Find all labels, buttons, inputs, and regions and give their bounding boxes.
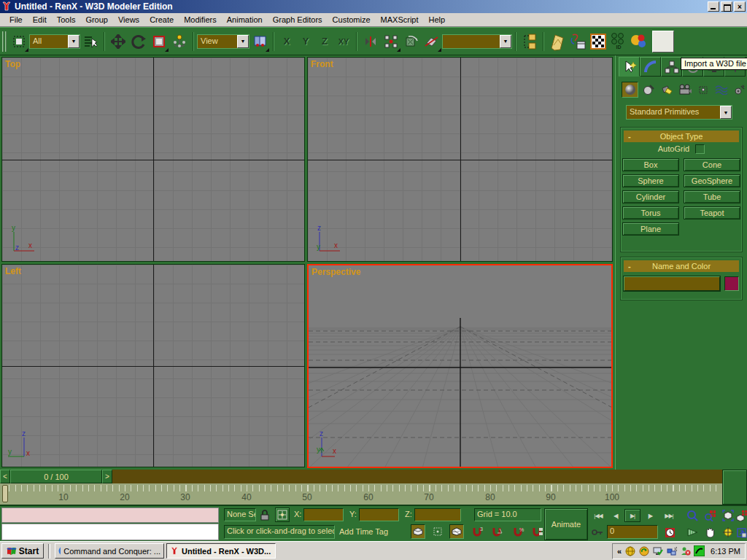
selection-lock-icon[interactable]	[258, 508, 272, 522]
autogrid-checkbox[interactable]	[695, 144, 705, 154]
object-name-input[interactable]	[624, 276, 720, 291]
category-lights[interactable]	[658, 82, 675, 98]
close-button[interactable]: ×	[734, 1, 746, 12]
x-coordinate-field[interactable]	[303, 508, 344, 521]
track-bar[interactable]: 10 20 30 40 50 60 70 80 90 100	[0, 483, 722, 505]
start-button[interactable]: Start	[1, 543, 44, 559]
render-spheres-icon[interactable]	[629, 31, 649, 52]
taskbar-task-cnc[interactable]: e Command and Conquer: ...	[55, 543, 164, 559]
set-key-icon[interactable]	[590, 525, 605, 540]
character-box-icon[interactable]	[568, 31, 588, 52]
taskbar-clock[interactable]: 6:13 PM	[711, 547, 740, 556]
category-shapes[interactable]	[640, 82, 657, 98]
time-slider-handle[interactable]: 0 / 100	[10, 470, 102, 483]
tab-hierarchy[interactable]	[661, 57, 682, 77]
play-button[interactable]: ▶|	[624, 509, 640, 522]
maxscript-listener-white[interactable]	[1, 524, 219, 540]
w3d-paper-icon[interactable]	[547, 31, 568, 52]
hatched-cube-icon[interactable]	[449, 524, 464, 539]
menu-file[interactable]: File	[4, 14, 28, 26]
toolbar-handle[interactable]	[2, 31, 7, 52]
w3d-id-icon[interactable]: ID	[608, 31, 629, 52]
dotted-selection-icon[interactable]	[430, 524, 445, 539]
taskbar-task-renx[interactable]: Untitled - RenX - W3D...	[166, 543, 276, 559]
time-configuration-icon[interactable]	[662, 525, 677, 540]
minimize-button[interactable]	[708, 1, 719, 12]
viewport-top[interactable]: Top y x z	[1, 57, 305, 262]
zoom-extents-all-icon[interactable]	[735, 508, 747, 523]
frame-forward-button[interactable]: >	[102, 470, 112, 483]
import-w3d-button[interactable]	[652, 31, 674, 52]
menu-create[interactable]: Create	[144, 14, 179, 26]
menu-graph-editors[interactable]: Graph Editors	[268, 14, 328, 26]
menu-views[interactable]: Views	[113, 14, 144, 26]
category-cameras[interactable]	[676, 82, 693, 98]
menu-group[interactable]: Group	[80, 14, 113, 26]
go-to-end-button[interactable]: ▶▶|	[661, 509, 677, 522]
globe-tray-icon[interactable]	[624, 545, 635, 556]
tab-modify[interactable]	[640, 57, 661, 77]
wireless-tray-icon[interactable]	[694, 545, 705, 556]
teapot-button[interactable]: Teapot	[684, 206, 740, 219]
menu-help[interactable]: Help	[424, 14, 451, 26]
previous-frame-button[interactable]: ◀|	[608, 509, 624, 522]
field-of-view-icon[interactable]	[685, 525, 700, 540]
menu-tools[interactable]: Tools	[52, 14, 81, 26]
select-and-scale-icon[interactable]	[149, 31, 169, 52]
viewport-left[interactable]: Left z y x	[1, 264, 305, 467]
category-dropdown[interactable]: Standard Primitives ▼	[626, 105, 732, 120]
percent-snap-magnet-icon[interactable]: %	[511, 524, 526, 539]
viewport-perspective[interactable]: Perspective z x y	[307, 264, 613, 468]
menu-customize[interactable]: Customize	[328, 14, 376, 26]
next-frame-button[interactable]: |▶	[642, 509, 658, 522]
restrict-x-button[interactable]: X	[277, 32, 296, 51]
time-slider-track[interactable]	[112, 470, 722, 483]
material-checker-icon[interactable]	[588, 31, 608, 52]
frame-back-button[interactable]: <	[0, 470, 10, 483]
y-coordinate-field[interactable]	[359, 508, 399, 521]
pan-hand-icon[interactable]	[703, 525, 717, 540]
geosphere-button[interactable]: GeoSphere	[684, 174, 740, 187]
object-color-swatch[interactable]	[724, 276, 739, 291]
current-frame-field[interactable]: 0	[607, 525, 658, 539]
coordinate-system-combo[interactable]: View ▼	[197, 34, 249, 49]
category-space-warps[interactable]	[713, 82, 729, 98]
menu-animation[interactable]: Animation	[222, 14, 268, 26]
network-tray-icon[interactable]	[666, 545, 677, 556]
snap-3d-magnet-icon[interactable]: 3	[471, 524, 485, 539]
absolute-offset-toggle-icon[interactable]	[275, 508, 290, 522]
min-max-toggle-icon[interactable]	[735, 525, 747, 540]
mirror-icon[interactable]	[360, 31, 381, 52]
zoom-icon[interactable]	[685, 508, 700, 523]
sphere-button[interactable]: Sphere	[622, 174, 679, 187]
category-systems[interactable]	[731, 82, 747, 98]
link-boxes-icon[interactable]	[519, 31, 540, 52]
add-time-tag[interactable]: Add Time Tag	[339, 527, 388, 536]
frame-marker[interactable]	[2, 485, 8, 502]
select-and-manipulate-icon[interactable]	[169, 31, 190, 52]
messenger-offline-tray-icon[interactable]	[680, 545, 691, 556]
restrict-plane-button[interactable]: XY	[334, 32, 353, 51]
menu-maxscript[interactable]: MAXScript	[376, 14, 424, 26]
zoom-extents-icon[interactable]	[721, 508, 735, 523]
array-icon[interactable]	[381, 31, 401, 52]
chevron-down-icon[interactable]: ▼	[237, 35, 249, 48]
arc-rotate-icon[interactable]	[721, 525, 735, 540]
chevron-down-icon[interactable]: ▼	[500, 35, 511, 48]
named-selection-combo[interactable]: ▼	[442, 34, 512, 49]
category-helpers[interactable]	[694, 82, 711, 98]
z-coordinate-field[interactable]	[414, 508, 461, 521]
animate-button[interactable]: Animate	[544, 508, 588, 540]
zoom-all-icon[interactable]	[703, 508, 717, 523]
eraser-tool-icon[interactable]	[422, 31, 442, 52]
select-and-rotate-icon[interactable]	[128, 31, 149, 52]
select-and-move-icon[interactable]	[108, 31, 128, 52]
name-color-rollout-header[interactable]: - Name and Color	[624, 260, 739, 272]
cone-button[interactable]: Cone	[684, 158, 740, 171]
category-geometry[interactable]	[622, 82, 638, 98]
chevron-down-icon[interactable]: ▼	[68, 35, 80, 48]
cylinder-button[interactable]: Cylinder	[622, 190, 679, 203]
tube-button[interactable]: Tube	[684, 190, 740, 203]
select-by-name-icon[interactable]	[80, 31, 101, 52]
menu-modifiers[interactable]: Modifiers	[179, 14, 222, 26]
